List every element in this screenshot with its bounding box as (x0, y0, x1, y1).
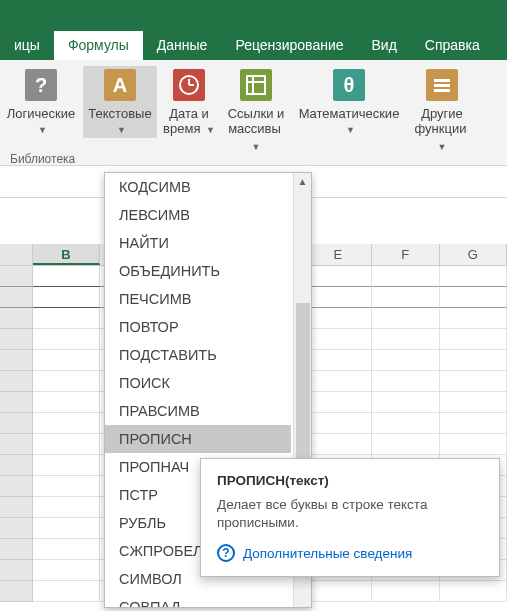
more-button[interactable]: Другиефункции ▼ (407, 66, 477, 155)
date-label-2: время (163, 121, 200, 136)
more-icon (425, 68, 459, 102)
svg-text:A: A (113, 74, 127, 96)
tooltip-link-label: Дополнительные сведения (243, 546, 412, 561)
chevron-down-icon: ▼ (117, 125, 126, 135)
svg-rect-17 (434, 89, 450, 92)
text-icon: A (103, 68, 137, 102)
tab-partial[interactable]: ицы (0, 31, 54, 60)
menu-item-pechsimv[interactable]: ПЕЧСИМВ (105, 285, 291, 313)
tab-view[interactable]: Вид (358, 31, 411, 60)
lookup-icon (239, 68, 273, 102)
date-label-1: Дата и (169, 106, 209, 121)
help-icon: ? (217, 544, 235, 562)
more-label-1: Другие (421, 106, 463, 121)
logical-label: Логические (7, 106, 75, 121)
menu-item-pravsimv[interactable]: ПРАВСИМВ (105, 397, 291, 425)
logical-button[interactable]: ? Логические▼ (1, 66, 81, 138)
tooltip-title: ПРОПИСН(текст) (217, 473, 483, 488)
menu-item-levsimv[interactable]: ЛЕВСИМВ (105, 201, 291, 229)
menu-item-sovpad[interactable]: СОВПАД (105, 593, 291, 607)
chevron-down-icon: ▼ (252, 142, 261, 152)
svg-rect-16 (434, 84, 450, 87)
lookup-button[interactable]: Ссылки имассивы ▼ (221, 66, 291, 155)
menu-item-povtor[interactable]: ПОВТОР (105, 313, 291, 341)
svg-text:θ: θ (344, 74, 355, 96)
tab-help[interactable]: Справка (411, 31, 494, 60)
math-label: Математические (299, 106, 400, 121)
date-button[interactable]: Дата ивремя ▼ (159, 66, 219, 138)
chevron-down-icon: ▼ (438, 142, 447, 152)
lookup-label-2: массивы (228, 121, 281, 136)
ribbon: ? Логические▼ A Текстовые▼ Дата ивремя ▼… (0, 60, 507, 166)
tooltip-help-link[interactable]: ? Дополнительные сведения (217, 544, 483, 562)
chevron-down-icon: ▼ (346, 125, 355, 135)
lookup-label-1: Ссылки и (228, 106, 285, 121)
scroll-up-arrow-icon[interactable]: ▲ (294, 173, 311, 191)
tab-formulas[interactable]: Формулы (54, 31, 143, 60)
svg-rect-8 (240, 69, 272, 101)
svg-rect-15 (434, 79, 450, 82)
column-header-e[interactable]: E (305, 244, 372, 265)
tooltip-body: Делает все буквы в строке текста прописн… (217, 496, 483, 532)
chevron-down-icon: ▼ (38, 125, 47, 135)
text-button[interactable]: A Текстовые▼ (83, 66, 157, 138)
chevron-down-icon: ▼ (203, 125, 214, 135)
menu-item-poisk[interactable]: ПОИСК (105, 369, 291, 397)
tab-review[interactable]: Рецензирование (221, 31, 357, 60)
tab-data[interactable]: Данные (143, 31, 222, 60)
select-all-corner[interactable] (0, 244, 33, 265)
question-icon: ? (24, 68, 58, 102)
ribbon-group-label: Библиотека (10, 152, 75, 166)
column-header-f[interactable]: F (372, 244, 439, 265)
column-header-g[interactable]: G (440, 244, 507, 265)
theta-icon: θ (332, 68, 366, 102)
menu-item-kodsimv[interactable]: КОДСИМВ (105, 173, 291, 201)
function-tooltip: ПРОПИСН(текст) Делает все буквы в строке… (200, 458, 500, 577)
menu-item-obedinit[interactable]: ОБЪЕДИНИТЬ (105, 257, 291, 285)
clock-icon (172, 68, 206, 102)
math-button[interactable]: θ Математические▼ (293, 66, 405, 138)
svg-text:?: ? (35, 74, 47, 96)
text-label: Текстовые (88, 106, 151, 121)
title-bar (0, 0, 507, 30)
menu-item-propisn[interactable]: ПРОПИСН (105, 425, 291, 453)
ribbon-tabstrip: ицы Формулы Данные Рецензирование Вид Сп… (0, 30, 507, 60)
column-header-b[interactable]: B (33, 244, 100, 265)
more-label-2: функции (415, 121, 467, 136)
menu-item-naiti[interactable]: НАЙТИ (105, 229, 291, 257)
menu-item-podstavit[interactable]: ПОДСТАВИТЬ (105, 341, 291, 369)
